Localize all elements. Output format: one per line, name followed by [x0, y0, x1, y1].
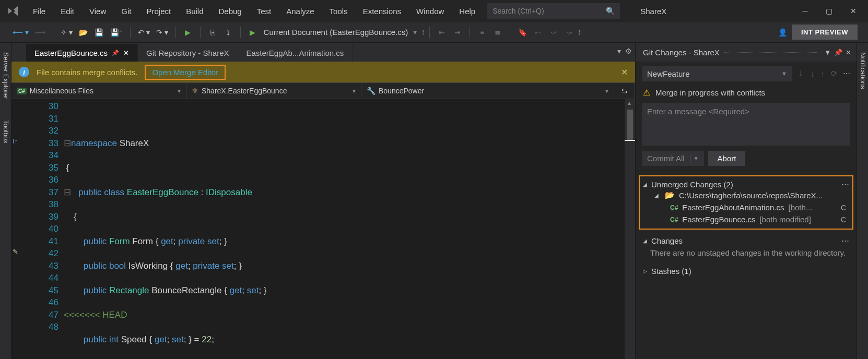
branch-selector[interactable]: NewFeature ▼ — [642, 66, 792, 81]
nav-split-button[interactable]: ⇆ — [614, 83, 635, 99]
menu-help[interactable]: Help — [452, 5, 483, 18]
close-icon[interactable]: ✕ — [123, 49, 129, 57]
search-icon: 🔍 — [606, 7, 615, 15]
menu-test[interactable]: Test — [250, 5, 279, 18]
tab-eastereggbounce[interactable]: EasterEggBounce.cs 📌 ✕ — [26, 44, 138, 62]
nav-back-button[interactable]: ⟵ ▾ — [10, 26, 31, 39]
infobar-message: File contains merge conflicts. — [37, 68, 137, 77]
align-right-icon[interactable]: ≣ — [491, 26, 505, 39]
nav-forward-button[interactable]: ⟶ — [33, 26, 48, 39]
bookmark-icon[interactable]: 🔖 — [515, 26, 529, 39]
toolbox-tab[interactable]: Toolbox — [0, 115, 11, 149]
bookmark-prev-icon[interactable]: ⤺ — [531, 26, 545, 39]
undo-button[interactable]: ↶ ▾ — [136, 26, 152, 39]
tab-easteregganimation[interactable]: EasterEggAb...Animation.cs — [238, 44, 353, 62]
commit-all-label: Commit All — [647, 154, 685, 163]
pin-icon[interactable]: 📌 — [112, 50, 119, 56]
changes-header[interactable]: ◢ Changes ⋯ — [643, 236, 849, 245]
menubar: File Edit View Git Project Build Debug T… — [0, 0, 868, 22]
dropdown-icon[interactable]: ▼ — [824, 49, 831, 56]
scrollbar-thumb[interactable] — [627, 110, 633, 140]
tabs-settings-icon[interactable]: ⚙ — [625, 47, 632, 55]
infobar-close-button[interactable]: ✕ — [621, 67, 628, 77]
indent-icon[interactable]: ⇥ — [451, 26, 464, 39]
right-sidebar: Notifications — [857, 43, 868, 359]
edit-marker-icon: ✎ — [13, 248, 18, 256]
menu-file[interactable]: File — [26, 5, 53, 18]
run-target-dropdown[interactable]: ▼ — [410, 29, 420, 35]
window-close-button[interactable]: ✕ — [841, 0, 865, 22]
commit-all-button[interactable]: Commit All ▼ — [642, 151, 704, 166]
folder-node[interactable]: ◢ 📂 C:\Users\tagherfa\source\repos\Share… — [643, 189, 849, 201]
outdent-icon[interactable]: ⇤ — [435, 26, 449, 39]
folder-path: C:\Users\tagherfa\source\repos\ShareX... — [679, 191, 823, 200]
stashes-header[interactable]: ▷ Stashes (1) — [643, 267, 849, 276]
nav-type-selector[interactable]: ⚛ ShareX.EasterEggBounce ▼ — [186, 83, 361, 99]
pin-icon[interactable]: 📌 — [834, 49, 842, 56]
warning-icon: ⚠ — [643, 88, 650, 98]
sync-icon[interactable]: ⟳ — [830, 69, 839, 78]
menu-edit[interactable]: Edit — [53, 5, 81, 18]
toolbar-overflow-icon[interactable]: ⁞ — [422, 28, 424, 37]
menu-analyze[interactable]: Analyze — [279, 5, 321, 18]
run-button[interactable]: ▶ — [246, 26, 260, 39]
conflict-file-1[interactable]: C# EasterEggAboutAnimation.cs [both... C — [643, 201, 849, 213]
abort-button[interactable]: Abort — [708, 151, 746, 166]
step-over-icon[interactable]: ⤵ — [221, 26, 235, 39]
tab-git-repository[interactable]: Git Repository - ShareX — [138, 44, 238, 62]
menu-git[interactable]: Git — [114, 5, 138, 18]
csharp-file-icon: C# — [670, 204, 678, 211]
nav-scope-selector[interactable]: C# Miscellaneous Files ▼ — [11, 83, 186, 99]
push-icon[interactable]: ↑ — [820, 69, 826, 78]
navigation-bar: C# Miscellaneous Files ▼ ⚛ ShareX.Easter… — [11, 82, 635, 99]
bookmark-next-icon[interactable]: ⤻ — [547, 26, 560, 39]
fetch-icon[interactable]: ⤓ — [796, 69, 805, 78]
run-target-label[interactable]: Current Document (EasterEggBounce.cs) — [262, 28, 408, 37]
account-icon[interactable]: 👤 — [776, 26, 790, 39]
code-content[interactable]: ⊟namespace ShareX { ⊟ public class Easte… — [64, 99, 625, 359]
save-all-button[interactable]: 💾⁺ — [108, 26, 125, 39]
more-icon[interactable]: ⋯ — [841, 236, 849, 245]
branch-name: NewFeature — [647, 69, 690, 78]
bookmark-clear-icon[interactable]: ⤼ — [562, 26, 576, 39]
code-editor[interactable]: I↑ ✎ 30313233343536373839404142434445464… — [11, 99, 635, 359]
tabs-dropdown-icon[interactable]: ▾ — [617, 47, 621, 55]
window-maximize-button[interactable]: ▢ — [817, 0, 841, 22]
codelens-icon[interactable]: I↑ — [13, 137, 18, 145]
menu-tools[interactable]: Tools — [322, 5, 355, 18]
conflict-file-2[interactable]: C# EasterEggBounce.cs [both modified] C — [643, 213, 849, 225]
more-icon[interactable]: ⋯ — [841, 180, 849, 189]
more-icon[interactable]: ⋯ — [843, 69, 850, 78]
search-box[interactable]: Search (Ctrl+Q) 🔍 — [487, 3, 620, 19]
int-preview-button[interactable]: INT PREVIEW — [792, 25, 858, 40]
menu-debug[interactable]: Debug — [212, 5, 249, 18]
new-item-button[interactable]: ✧ ▾ — [58, 26, 75, 39]
commit-message-input[interactable]: Enter a message <Required> — [642, 103, 850, 146]
unmerged-changes-header[interactable]: ◢ Unmerged Changes (2) ⋯ — [643, 180, 849, 189]
toolbar-overflow2-icon[interactable]: ⁞ — [578, 28, 580, 37]
open-merge-editor-link[interactable]: Open Merge Editor — [145, 65, 226, 80]
notifications-tab[interactable]: Notifications — [857, 47, 868, 94]
close-icon[interactable]: ✕ — [846, 49, 851, 56]
pull-icon[interactable]: ↓ — [810, 69, 816, 78]
menu-project[interactable]: Project — [139, 5, 178, 18]
status-letter: C — [841, 216, 849, 224]
menu-build[interactable]: Build — [179, 5, 210, 18]
menu-view[interactable]: View — [82, 5, 113, 18]
menu-extensions[interactable]: Extensions — [356, 5, 408, 18]
align-left-icon[interactable]: ≡ — [475, 26, 489, 39]
nav-member-selector[interactable]: 🔧 BouncePower ▼ — [361, 83, 614, 99]
chevron-down-icon: ▼ — [177, 88, 182, 94]
start-debug-button[interactable]: ▶ — [181, 26, 195, 39]
menu-window[interactable]: Window — [409, 5, 451, 18]
save-button[interactable]: 💾 — [92, 26, 106, 39]
git-changes-panel: Git Changes - ShareX ▼ 📌 ✕ NewFeature ▼ … — [635, 43, 857, 359]
chevron-down-icon[interactable]: ▼ — [694, 155, 699, 161]
open-file-button[interactable]: 📂 — [77, 26, 90, 39]
scroll-up-icon[interactable]: ▲ — [627, 100, 632, 106]
vertical-scrollbar[interactable]: ▲ — [625, 99, 635, 359]
redo-button[interactable]: ↷ ▾ — [154, 26, 170, 39]
window-minimize-button[interactable]: ─ — [793, 0, 817, 22]
server-explorer-tab[interactable]: Server Explorer — [0, 47, 11, 104]
step-icon[interactable]: ⎘ — [206, 26, 219, 39]
